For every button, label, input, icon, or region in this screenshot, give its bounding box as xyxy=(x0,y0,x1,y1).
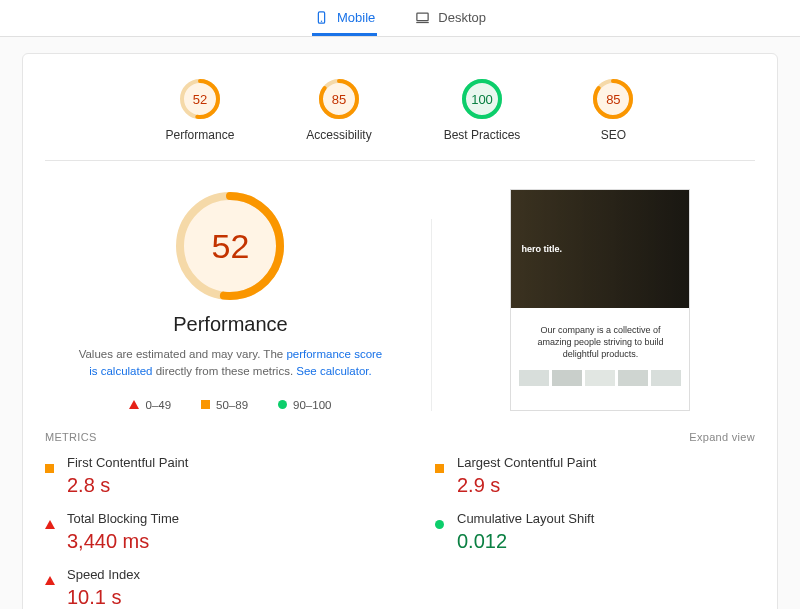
square-icon xyxy=(435,455,447,497)
score-label: SEO xyxy=(592,128,634,142)
tab-label: Mobile xyxy=(337,10,375,25)
desc-text: directly from these metrics. xyxy=(152,365,296,377)
legend-label: 50–89 xyxy=(216,399,248,411)
metric-lcp[interactable]: Largest Contentful Paint 2.9 s xyxy=(435,455,755,497)
report-card: 52 Performance 85 Accessibility 100 Best… xyxy=(22,53,778,609)
score-legend: 0–49 50–89 90–100 xyxy=(45,399,416,411)
metric-fcp[interactable]: First Contentful Paint 2.8 s xyxy=(45,455,365,497)
svg-rect-2 xyxy=(417,13,428,21)
score-accessibility[interactable]: 85 Accessibility xyxy=(306,78,371,142)
expand-view-button[interactable]: Expand view xyxy=(689,431,755,443)
triangle-icon xyxy=(129,400,139,409)
gauge-value: 85 xyxy=(318,78,360,120)
gauge-value: 52 xyxy=(179,78,221,120)
circle-icon xyxy=(435,511,447,553)
metric-name: Cumulative Layout Shift xyxy=(457,511,594,526)
metrics-header: METRICS Expand view xyxy=(45,423,755,455)
tab-mobile[interactable]: Mobile xyxy=(312,6,377,36)
legend-label: 0–49 xyxy=(145,399,171,411)
legend-good: 90–100 xyxy=(278,399,331,411)
metric-value: 2.9 s xyxy=(457,474,596,497)
performance-detail: 52 Performance Values are estimated and … xyxy=(45,189,416,411)
triangle-icon xyxy=(45,567,57,609)
page-thumbnail[interactable]: hero title. Our company is a collective … xyxy=(510,189,690,411)
thumbnail-hero: hero title. xyxy=(511,190,689,308)
metric-name: Speed Index xyxy=(67,567,140,582)
metric-value: 0.012 xyxy=(457,530,594,553)
metric-tbt[interactable]: Total Blocking Time 3,440 ms xyxy=(45,511,365,553)
metric-value: 2.8 s xyxy=(67,474,188,497)
score-seo[interactable]: 85 SEO xyxy=(592,78,634,142)
score-label: Best Practices xyxy=(444,128,521,142)
device-tabbar: Mobile Desktop xyxy=(0,0,800,37)
metric-name: Total Blocking Time xyxy=(67,511,179,526)
metrics-grid: First Contentful Paint 2.8 s Largest Con… xyxy=(45,455,755,610)
metric-value: 3,440 ms xyxy=(67,530,179,553)
metric-name: First Contentful Paint xyxy=(67,455,188,470)
big-gauge-performance: 52 xyxy=(173,189,287,303)
score-label: Accessibility xyxy=(306,128,371,142)
metrics-title: METRICS xyxy=(45,431,97,443)
gauge-seo: 85 xyxy=(592,78,634,120)
link-see-calculator[interactable]: See calculator. xyxy=(296,365,371,377)
gauge-accessibility: 85 xyxy=(318,78,360,120)
metric-cls[interactable]: Cumulative Layout Shift 0.012 xyxy=(435,511,755,553)
thumbnail-body: Our company is a collective of amazing p… xyxy=(511,308,689,370)
legend-mid: 50–89 xyxy=(201,399,248,411)
gauge-value: 100 xyxy=(461,78,503,120)
gauge-performance: 52 xyxy=(179,78,221,120)
desc-text: Values are estimated and may vary. The xyxy=(79,348,287,360)
gauge-value: 85 xyxy=(592,78,634,120)
triangle-icon xyxy=(45,511,57,553)
big-gauge-value: 52 xyxy=(173,189,287,303)
tab-desktop[interactable]: Desktop xyxy=(413,6,488,36)
legend-label: 90–100 xyxy=(293,399,331,411)
category-scores: 52 Performance 85 Accessibility 100 Best… xyxy=(45,72,755,161)
score-best-practices[interactable]: 100 Best Practices xyxy=(444,78,521,142)
desktop-icon xyxy=(415,10,430,25)
performance-description: Values are estimated and may vary. The p… xyxy=(45,346,416,381)
thumbnail-footer xyxy=(511,370,689,392)
mobile-icon xyxy=(314,10,329,25)
legend-bad: 0–49 xyxy=(129,399,171,411)
score-performance[interactable]: 52 Performance xyxy=(166,78,235,142)
metric-name: Largest Contentful Paint xyxy=(457,455,596,470)
circle-icon xyxy=(278,400,287,409)
tab-label: Desktop xyxy=(438,10,486,25)
metric-value: 10.1 s xyxy=(67,586,140,609)
performance-title: Performance xyxy=(45,313,416,336)
page-thumbnail-container: hero title. Our company is a collective … xyxy=(446,189,755,411)
gauge-best-practices: 100 xyxy=(461,78,503,120)
metric-si[interactable]: Speed Index 10.1 s xyxy=(45,567,365,609)
square-icon xyxy=(45,455,57,497)
score-label: Performance xyxy=(166,128,235,142)
square-icon xyxy=(201,400,210,409)
